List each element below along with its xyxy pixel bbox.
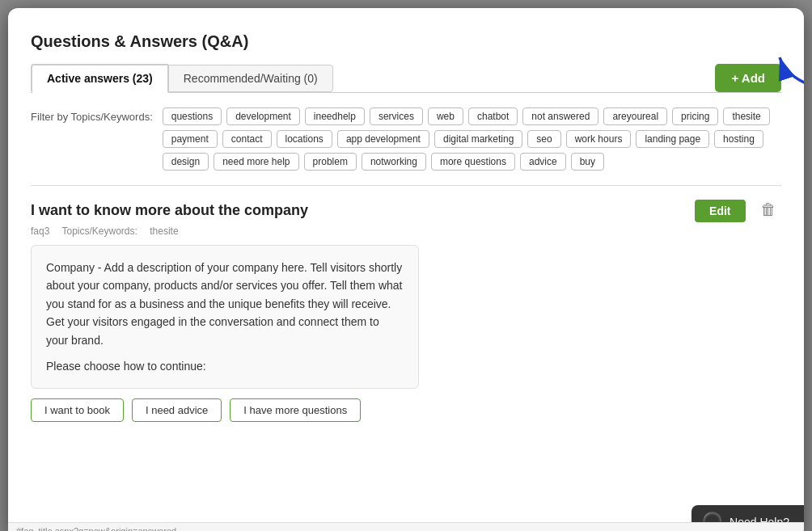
status-bar: #faq_title.aspx?q=new&origin=answered [8, 522, 804, 531]
filter-tag[interactable]: buy [571, 153, 604, 171]
filter-tag[interactable]: not answered [522, 107, 598, 125]
filter-tag[interactable]: development [226, 107, 300, 125]
filter-row: Filter by Topics/Keywords: questionsdeve… [31, 107, 781, 171]
answer-paragraph-2: Please choose how to continue: [46, 357, 404, 375]
filter-tag[interactable]: design [163, 153, 209, 171]
choice-button[interactable]: I need advice [132, 398, 222, 422]
tabs-row: Active answers (23) Recommended/Waiting … [31, 64, 781, 93]
section-divider [31, 185, 781, 186]
qa-question: I want to know more about the company [31, 202, 308, 219]
topics-value: thesite [150, 225, 178, 237]
choice-buttons-row: I want to bookI need adviceI have more q… [31, 398, 781, 422]
filter-tag[interactable]: more questions [431, 153, 515, 171]
main-window: Questions & Answers (Q&A) Active answers… [8, 8, 804, 531]
faq-id: faq3 [31, 225, 49, 237]
choice-button[interactable]: I want to book [31, 398, 124, 422]
delete-button[interactable]: 🗑 [755, 199, 781, 221]
filter-tag[interactable]: contact [222, 130, 272, 148]
answer-box: Company - Add a description of your comp… [31, 245, 419, 389]
filter-tag[interactable]: pricing [672, 107, 718, 125]
filter-tag[interactable]: services [370, 107, 423, 125]
qa-meta: faq3 Topics/Keywords: thesite [31, 225, 781, 237]
tab-active-answers[interactable]: Active answers (23) [31, 64, 168, 93]
filter-tag[interactable]: digital marketing [434, 130, 522, 148]
filter-tag[interactable]: app development [337, 130, 429, 148]
filter-tag[interactable]: problem [304, 153, 357, 171]
choice-button[interactable]: I have more questions [230, 398, 361, 422]
qa-actions: Edit 🗑 [695, 199, 781, 222]
filter-tag[interactable]: areyoureal [603, 107, 667, 125]
filter-tag[interactable]: questions [163, 107, 222, 125]
filter-tag[interactable]: need more help [214, 153, 298, 171]
filter-label: Filter by Topics/Keywords: [31, 107, 153, 123]
add-button[interactable]: + Add [715, 64, 781, 92]
filter-tag[interactable]: notworking [362, 153, 426, 171]
filter-tag[interactable]: work hours [566, 130, 632, 148]
topics-label: Topics/Keywords: [61, 225, 137, 237]
filter-tag[interactable]: payment [163, 130, 218, 148]
filter-tag[interactable]: thesite [723, 107, 769, 125]
filter-tag[interactable]: web [428, 107, 463, 125]
answer-paragraph-1: Company - Add a description of your comp… [46, 259, 404, 349]
filter-tag[interactable]: locations [277, 130, 332, 148]
tab-recommended[interactable]: Recommended/Waiting (0) [168, 65, 333, 92]
filter-tag[interactable]: landing page [636, 130, 709, 148]
qa-header: I want to know more about the company Ed… [31, 199, 781, 222]
filter-tag[interactable]: chatbot [468, 107, 518, 125]
page-title: Questions & Answers (Q&A) [31, 32, 781, 51]
tags-container: questionsdevelopmentineedhelpservicesweb… [163, 107, 781, 171]
filter-tag[interactable]: seo [527, 130, 560, 148]
edit-button[interactable]: Edit [695, 200, 745, 222]
qa-item: I want to know more about the company Ed… [31, 199, 781, 422]
filter-tag[interactable]: ineedhelp [305, 107, 365, 125]
filter-tag[interactable]: advice [520, 153, 566, 171]
filter-tag[interactable]: hosting [714, 130, 763, 148]
